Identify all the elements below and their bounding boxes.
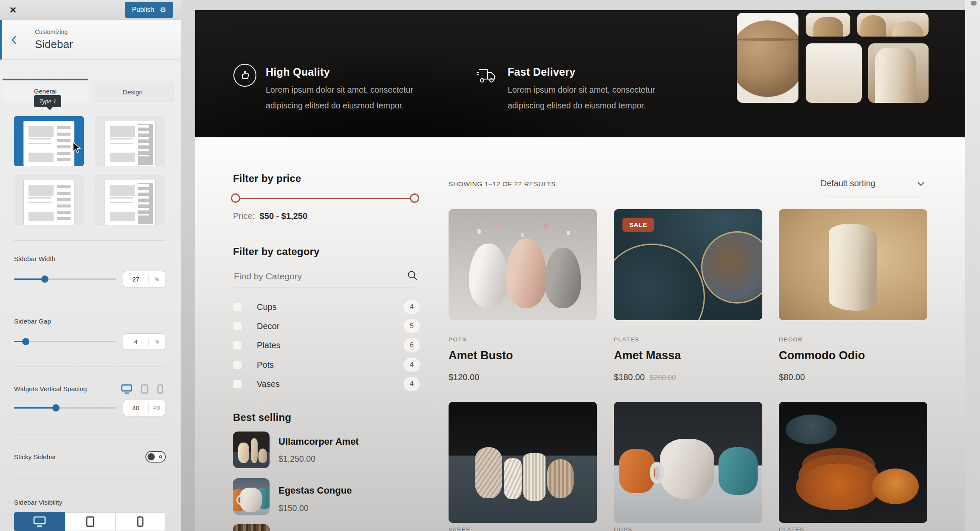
- slider-knob[interactable]: [52, 404, 60, 412]
- category-row[interactable]: Decor 5: [233, 319, 420, 333]
- publish-label: Publish: [132, 6, 154, 14]
- slider-knob[interactable]: [41, 275, 48, 283]
- price-handle-max[interactable]: [410, 193, 419, 203]
- filter-category-heading: Filter by category: [233, 246, 320, 258]
- product-price: $80.00: [779, 372, 805, 382]
- mouse-cursor-icon: [72, 142, 82, 155]
- divider: [14, 434, 165, 435]
- panel-header: Customizing Sidebar: [0, 20, 181, 60]
- search-icon[interactable]: [407, 270, 418, 281]
- product-name[interactable]: Amet Busto: [449, 349, 513, 362]
- widgets-spacing-slider[interactable]: [14, 407, 116, 409]
- layout-option-2[interactable]: [95, 116, 165, 166]
- chevron-down-icon: [918, 182, 924, 186]
- category-row[interactable]: Plates 6: [233, 338, 420, 352]
- layout-mock: [105, 121, 156, 166]
- sidebar-width-slider[interactable]: [14, 278, 116, 280]
- layout-option-1[interactable]: [14, 116, 84, 166]
- sidebar-width-unit: %: [149, 276, 165, 282]
- product-image[interactable]: SALE: [614, 209, 762, 320]
- product-name[interactable]: Amet Massa: [614, 349, 681, 362]
- price-value: $50 - $1,250: [260, 211, 307, 221]
- checkbox-icon[interactable]: [233, 361, 242, 369]
- layout-option-3[interactable]: [14, 175, 84, 225]
- category-row[interactable]: Cups 4: [233, 300, 420, 314]
- product-category: PLATES: [614, 336, 639, 343]
- product-category: VASES: [449, 526, 471, 531]
- responsive-desktop-button[interactable]: [121, 383, 132, 395]
- product-image[interactable]: [614, 402, 762, 523]
- close-icon: ✕: [9, 5, 17, 15]
- category-name: Decor: [257, 321, 279, 331]
- sidebar-width-input[interactable]: 27 %: [123, 271, 165, 287]
- tab-design[interactable]: Design: [92, 82, 173, 102]
- back-button[interactable]: [2, 20, 26, 60]
- checkbox-icon[interactable]: [233, 303, 242, 312]
- category-search-input[interactable]: [233, 270, 395, 283]
- best-selling-name[interactable]: Ullamcorper Amet: [278, 436, 359, 447]
- gear-icon: ⚙: [160, 6, 166, 14]
- customizer-topbar: ✕ Publish ⚙: [0, 0, 181, 20]
- best-selling-name[interactable]: Egestas Congue: [278, 485, 352, 496]
- category-name: Vases: [257, 379, 280, 389]
- checkbox-icon[interactable]: [233, 380, 242, 389]
- hero-divider: [234, 30, 704, 30]
- category-count: 5: [403, 319, 420, 333]
- responsive-tablet-button[interactable]: [139, 383, 150, 395]
- search-underline: [233, 287, 415, 288]
- category-row[interactable]: Vases 4: [233, 377, 420, 391]
- sorting-dropdown[interactable]: Default sorting: [821, 179, 923, 188]
- filter-price-heading: Filter by price: [233, 173, 301, 185]
- site-preview: High Quality Lorem ipsum dolor sit amet,…: [195, 10, 965, 531]
- sticky-sidebar-toggle[interactable]: [145, 451, 166, 463]
- feature-description: Lorem ipsum dolor sit amet, consectetur …: [266, 82, 440, 114]
- flowers-decoration: [461, 217, 589, 253]
- slider-knob[interactable]: [22, 338, 29, 345]
- panel-title: Sidebar: [35, 38, 73, 51]
- layout-tooltip: Type 1: [34, 95, 61, 107]
- price-range-slider[interactable]: [234, 198, 416, 199]
- vase-shape: [523, 453, 545, 501]
- plate-shape: [701, 231, 762, 304]
- best-selling-image[interactable]: [233, 432, 270, 468]
- responsive-mobile-button[interactable]: [155, 383, 166, 395]
- sidebar-gap-input[interactable]: 4 %: [123, 333, 165, 350]
- product-image[interactable]: [449, 402, 597, 523]
- category-count: 6: [403, 338, 420, 352]
- desktop-icon: [33, 516, 46, 527]
- layout-option-4[interactable]: [95, 175, 165, 225]
- mug-handle-shape: [650, 462, 664, 484]
- category-row[interactable]: Pots 4: [233, 358, 420, 372]
- scrollbar-thumb[interactable]: [971, 1, 977, 6]
- customizer-panel: ✕ Publish ⚙ Customizing Sidebar General …: [0, 0, 181, 531]
- category-name: Cups: [257, 302, 277, 312]
- visibility-desktop-button[interactable]: [14, 512, 65, 531]
- best-selling-image[interactable]: [233, 478, 270, 515]
- product-image[interactable]: [449, 209, 597, 320]
- publish-button[interactable]: Publish ⚙: [125, 2, 173, 18]
- truck-icon: [476, 66, 497, 87]
- product-category: DECOR: [779, 336, 803, 343]
- category-count: 4: [403, 377, 420, 391]
- vase-shape: [545, 248, 581, 308]
- checkbox-icon[interactable]: [233, 322, 242, 331]
- sidebar-gap-slider[interactable]: [14, 341, 116, 342]
- best-selling-image[interactable]: [233, 524, 270, 531]
- price-handle-min[interactable]: [231, 193, 240, 203]
- feature-title: Fast Delivery: [508, 66, 576, 78]
- thumbs-up-icon: [233, 64, 256, 87]
- hero-collage-image: [868, 43, 929, 103]
- visibility-tablet-button[interactable]: [65, 512, 115, 531]
- product-name[interactable]: Commodo Odio: [779, 349, 865, 362]
- layout-mock: [23, 121, 74, 166]
- product-image[interactable]: [779, 402, 927, 523]
- visibility-mobile-button[interactable]: [115, 512, 165, 531]
- close-button[interactable]: ✕: [0, 0, 26, 20]
- feature-description: Lorem ipsum dolor sit amet, consectetur …: [508, 82, 682, 114]
- hero-collage-image: [737, 13, 798, 103]
- vase-shape: [475, 447, 502, 498]
- checkbox-icon[interactable]: [233, 341, 242, 350]
- app-screen: ✕ Publish ⚙ Customizing Sidebar General …: [0, 0, 980, 531]
- widgets-spacing-input[interactable]: 40 PX: [123, 400, 165, 416]
- product-image[interactable]: [779, 209, 927, 320]
